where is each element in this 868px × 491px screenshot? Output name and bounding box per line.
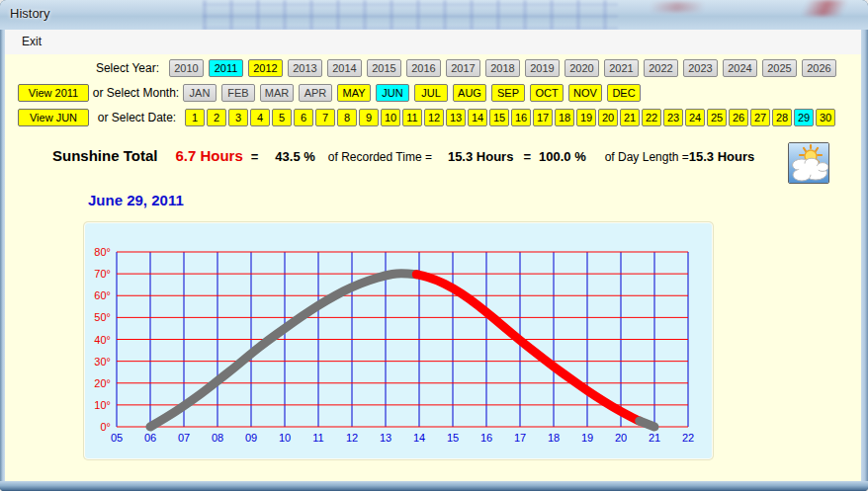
month-button-feb[interactable]: FEB (221, 84, 255, 102)
date-buttons: 1234567891011121314151617181920212223242… (185, 109, 837, 126)
date-button-21[interactable]: 21 (620, 109, 640, 126)
summary-item-of-recorded-time-: of Recorded Time = (328, 150, 432, 164)
date-button-15[interactable]: 15 (489, 109, 509, 126)
y-axis-tick-label: 60° (94, 289, 111, 301)
x-axis-tick-label: 10 (279, 432, 291, 444)
view-month-button[interactable]: View JUN (18, 109, 89, 126)
y-axis-tick-label: 30° (94, 356, 111, 368)
year-button-2024[interactable]: 2024 (723, 59, 757, 77)
month-button-apr[interactable]: APR (299, 84, 332, 102)
date-button-8[interactable]: 8 (337, 109, 357, 126)
month-button-jul[interactable]: JUL (414, 84, 448, 102)
summary-item--: = (523, 149, 531, 164)
date-button-25[interactable]: 25 (707, 109, 727, 126)
sunshine-summary-row: Sunshine Total6.7 Hours=43.5 %of Recorde… (25, 147, 754, 164)
month-button-may[interactable]: MAY (337, 84, 371, 102)
x-axis-tick-label: 07 (178, 432, 190, 444)
month-button-dec[interactable]: DEC (607, 84, 641, 102)
x-axis-tick-label: 20 (615, 432, 627, 444)
main-content: Select Year: 201020112012201320142015201… (5, 54, 861, 481)
date-button-5[interactable]: 5 (272, 109, 292, 126)
date-button-29[interactable]: 29 (794, 109, 814, 126)
summary-item-of-day-length-: of Day Length = (605, 150, 689, 164)
weather-icon-graphic (789, 143, 829, 184)
history-window: History Exit Select Year: 20102011201220… (0, 0, 868, 491)
year-button-2026[interactable]: 2026 (802, 59, 836, 77)
curve-segment-sunshine-recorded (416, 275, 639, 421)
year-buttons: 2010201120122013201420152016201720182019… (169, 59, 841, 77)
month-button-nov[interactable]: NOV (568, 84, 602, 102)
sun-elevation-chart-svg: 0506070809101112131415161718192021220°10… (85, 223, 712, 458)
year-button-2014[interactable]: 2014 (327, 59, 362, 77)
date-button-1[interactable]: 1 (185, 109, 205, 126)
view-year-button[interactable]: View 2011 (18, 84, 89, 102)
date-button-7[interactable]: 7 (315, 109, 335, 126)
date-button-12[interactable]: 12 (424, 109, 444, 126)
window-border-right (861, 30, 868, 481)
summary-item-6-7-hours: 6.7 Hours (175, 147, 242, 164)
year-button-2012[interactable]: 2012 (248, 59, 283, 77)
chart-date-title: June 29, 2011 (88, 192, 184, 208)
date-button-13[interactable]: 13 (446, 109, 466, 126)
summary-item-15-3-hours: 15.3 Hours (448, 149, 513, 164)
date-button-3[interactable]: 3 (228, 109, 248, 126)
date-button-23[interactable]: 23 (663, 109, 683, 126)
year-button-2022[interactable]: 2022 (644, 59, 678, 77)
date-button-6[interactable]: 6 (294, 109, 313, 126)
year-button-2019[interactable]: 2019 (525, 59, 560, 77)
date-button-11[interactable]: 11 (402, 109, 422, 126)
date-button-16[interactable]: 16 (511, 109, 531, 126)
date-button-28[interactable]: 28 (772, 109, 792, 126)
month-button-jan[interactable]: JAN (183, 84, 217, 102)
select-date-label: or Select Date: (89, 111, 185, 124)
month-button-sep[interactable]: SEP (491, 84, 525, 102)
year-button-2018[interactable]: 2018 (485, 59, 520, 77)
date-button-20[interactable]: 20 (598, 109, 618, 126)
month-selector-row: View 2011 or Select Month: JANFEBMARAPRM… (5, 84, 861, 102)
year-button-2021[interactable]: 2021 (604, 59, 639, 77)
year-button-2015[interactable]: 2015 (367, 59, 401, 77)
curve-segment-no-sunshine-morning (150, 274, 416, 427)
date-button-19[interactable]: 19 (576, 109, 596, 126)
select-year-label: Select Year: (5, 61, 169, 75)
year-button-2025[interactable]: 2025 (762, 59, 797, 77)
date-button-30[interactable]: 30 (816, 109, 835, 126)
x-axis-tick-label: 14 (413, 432, 425, 444)
x-axis-tick-label: 09 (245, 432, 257, 444)
year-button-2023[interactable]: 2023 (683, 59, 718, 77)
title-bar[interactable]: History (0, 0, 868, 30)
menu-item-exit[interactable]: Exit (22, 35, 42, 48)
month-button-oct[interactable]: OCT (530, 84, 564, 102)
year-button-2011[interactable]: 2011 (209, 59, 243, 77)
year-button-2017[interactable]: 2017 (446, 59, 480, 77)
date-button-17[interactable]: 17 (533, 109, 553, 126)
year-button-2016[interactable]: 2016 (406, 59, 441, 77)
month-button-jun[interactable]: JUN (376, 84, 409, 102)
x-axis-tick-label: 19 (581, 432, 593, 444)
date-button-24[interactable]: 24 (685, 109, 705, 126)
date-button-4[interactable]: 4 (250, 109, 270, 126)
date-button-27[interactable]: 27 (750, 109, 770, 126)
year-button-2010[interactable]: 2010 (169, 59, 204, 77)
year-selector-row: Select Year: 201020112012201320142015201… (5, 59, 861, 77)
y-axis-tick-label: 40° (94, 334, 111, 346)
date-button-14[interactable]: 14 (468, 109, 487, 126)
sun-behind-clouds-icon[interactable] (788, 142, 829, 184)
x-axis-tick-label: 05 (111, 432, 123, 444)
month-button-aug[interactable]: AUG (453, 84, 486, 102)
x-axis-tick-label: 18 (548, 432, 560, 444)
date-button-2[interactable]: 2 (207, 109, 226, 126)
y-axis-tick-label: 80° (94, 246, 111, 258)
summary-item--: = (251, 149, 259, 164)
select-month-label: or Select Month: (89, 86, 183, 100)
date-button-9[interactable]: 9 (359, 109, 379, 126)
x-axis-tick-label: 06 (144, 432, 156, 444)
summary-item-100-0-: 100.0 % (539, 149, 586, 164)
month-button-mar[interactable]: MAR (260, 84, 294, 102)
year-button-2020[interactable]: 2020 (564, 59, 599, 77)
date-button-10[interactable]: 10 (381, 109, 400, 126)
year-button-2013[interactable]: 2013 (288, 59, 322, 77)
date-button-26[interactable]: 26 (729, 109, 748, 126)
date-button-18[interactable]: 18 (555, 109, 574, 126)
date-button-22[interactable]: 22 (642, 109, 661, 126)
